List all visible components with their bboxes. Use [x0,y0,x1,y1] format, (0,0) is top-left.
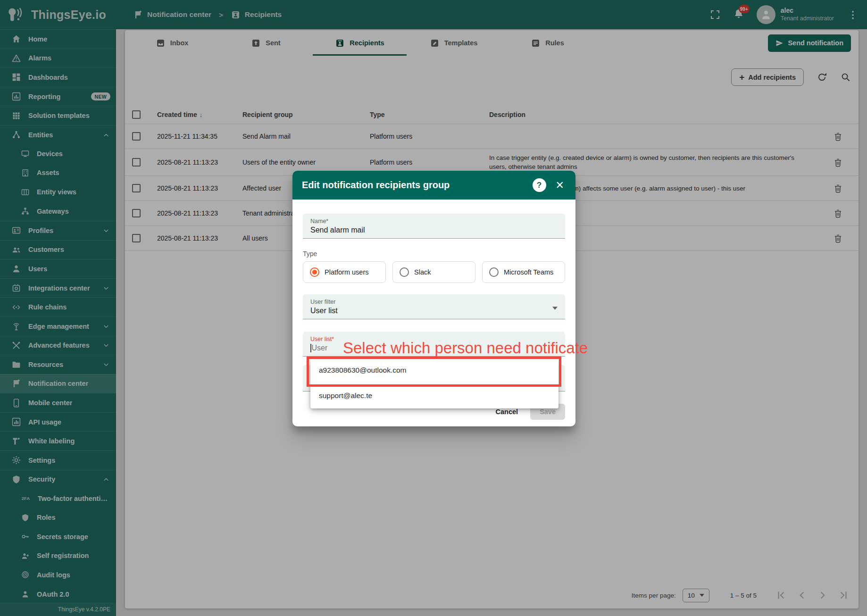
user-filter-label: User filter [310,299,558,305]
text-cursor [310,344,311,352]
dialog-title: Edit notification recipients group [302,180,525,191]
type-option-slack[interactable]: Slack [392,261,475,283]
close-icon[interactable]: ✕ [554,178,566,192]
user-list-dropdown: a923808630@outlook.comsupport@alec.te [310,358,559,408]
user-filter-value: User list [310,307,558,315]
type-option-label: Microsoft Teams [504,268,553,276]
name-label: Name* [310,218,558,225]
user-list-input[interactable]: User [310,344,558,352]
dialog-header: Edit notification recipients group ? ✕ [292,171,575,200]
user-list-option[interactable]: a923808630@outlook.com [310,358,559,383]
user-filter-select[interactable]: User filter User list [303,294,565,319]
type-option-label: Slack [414,268,431,276]
type-label: Type [303,250,565,258]
user-list-label: User list* [310,336,558,342]
type-option-microsoft-teams[interactable]: Microsoft Teams [482,261,565,283]
radio-icon [489,267,499,277]
user-list-field[interactable]: User list* User [303,332,565,357]
name-value: Send alarm mail [310,226,558,234]
user-list-option[interactable]: support@alec.te [310,383,559,408]
caret-down-icon [552,307,558,310]
name-field[interactable]: Name* Send alarm mail [303,214,565,239]
radio-icon [310,267,319,277]
help-icon[interactable]: ? [533,178,546,192]
radio-icon [400,267,409,277]
type-option-label: Platform users [325,268,368,276]
type-option-platform-users[interactable]: Platform users [303,261,386,283]
